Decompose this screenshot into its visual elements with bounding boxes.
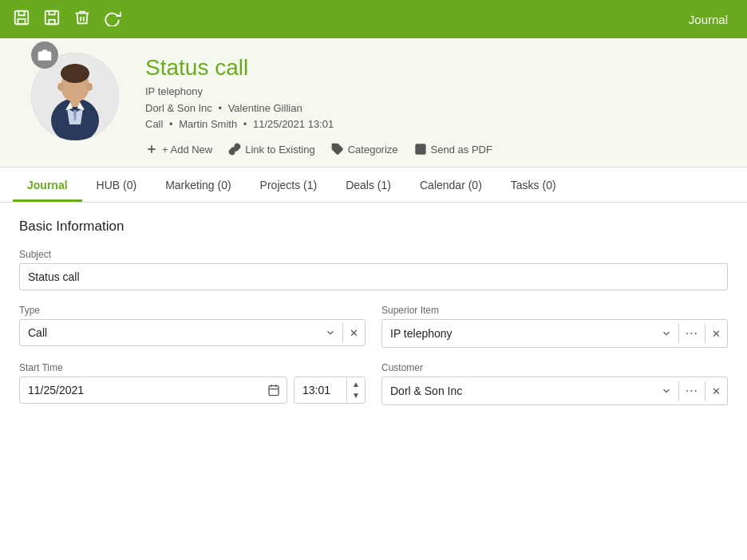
record-title: Status call [145,56,728,81]
svg-point-9 [61,64,89,83]
delete-icon[interactable] [73,9,91,30]
date-picker [19,377,287,404]
superior-item-label: Superior Item [381,305,728,316]
svg-rect-12 [70,99,80,107]
subtitle-type: IP telephony [145,85,203,97]
save-icon[interactable] [13,9,30,30]
customer-dropdown-button[interactable] [654,379,678,403]
superior-more-button[interactable]: ··· [679,320,705,347]
avatar-section [19,53,131,140]
svg-point-10 [57,83,64,91]
upload-photo-button[interactable] [31,41,58,69]
type-clear-button[interactable]: ✕ [343,321,365,345]
start-time-field: Start Time ▲ [19,362,366,405]
type-field: Type ✕ [19,305,366,348]
datetime-row: ▲ ▼ [19,377,366,404]
calendar-button[interactable] [261,377,287,403]
subject-label: Subject [19,249,728,260]
tab-hub[interactable]: HUB (0) [82,168,152,202]
toolbar-title: Journal [689,13,728,26]
superior-item-input[interactable] [382,321,654,346]
superior-item-field: Superior Item ··· ✕ [381,305,728,348]
subject-input[interactable] [19,263,728,290]
tabs-bar: Journal HUB (0) Marketing (0) Projects (… [0,168,747,203]
tab-projects[interactable]: Projects (1) [246,168,332,202]
tab-calendar[interactable]: Calendar (0) [405,168,496,202]
svg-rect-3 [49,19,54,24]
svg-rect-0 [15,10,29,24]
link-to-existing-button[interactable]: Link to Existing [228,143,314,156]
header-area: Status call IP telephony Dorl & Son Inc … [0,38,747,168]
tab-journal[interactable]: Journal [13,168,82,202]
toolbar-icons [13,9,689,30]
save-as-icon[interactable] [43,9,61,30]
time-input[interactable] [294,377,346,403]
customer-label: Customer [381,362,728,373]
subject-field: Subject [19,249,728,290]
subtitle-person: Martin Smith [179,118,237,130]
header-info: Status call IP telephony Dorl & Son Inc … [145,53,728,156]
start-time-label: Start Time [19,362,366,373]
type-select: ✕ [19,319,366,346]
section-title: Basic Information [19,219,728,235]
tab-tasks[interactable]: Tasks (0) [496,168,571,202]
send-as-pdf-button[interactable]: PDF Send as PDF [414,143,492,156]
customer-input[interactable] [382,378,654,404]
svg-rect-21 [269,386,279,396]
svg-point-11 [86,83,93,91]
svg-text:PDF: PDF [417,150,423,153]
add-new-button[interactable]: + Add New [145,143,212,156]
customer-select: ··· ✕ [381,377,728,405]
type-dropdown-button[interactable] [318,321,342,345]
tab-marketing[interactable]: Marketing (0) [151,168,245,202]
customer-clear-button[interactable]: ✕ [706,379,727,404]
header-actions: + Add New Link to Existing Categorize PD… [145,143,728,156]
time-picker: ▲ ▼ [294,377,366,404]
superior-item-select: ··· ✕ [381,319,728,348]
svg-rect-1 [18,18,25,23]
subtitle-call-type: Call [145,118,163,130]
superior-clear-button[interactable]: ✕ [706,321,727,346]
content-area: Basic Information Subject Type ✕ Superio… [0,203,747,421]
refresh-icon[interactable] [104,9,121,30]
type-input[interactable] [20,320,318,345]
subtitle-datetime: 11/25/2021 13:01 [253,118,334,130]
categorize-button[interactable]: Categorize [331,143,398,156]
customer-field: Customer ··· ✕ [381,362,728,405]
superior-dropdown-button[interactable] [654,321,678,345]
tab-deals[interactable]: Deals (1) [331,168,405,202]
toolbar: Journal [0,0,747,38]
record-subtitle: IP telephony Dorl & Son Inc • Valentine … [145,84,728,133]
type-superior-row: Type ✕ Superior Item ··· ✕ [19,305,728,348]
time-up-button[interactable]: ▲ [347,379,365,390]
date-input[interactable] [20,377,261,403]
starttime-customer-row: Start Time ▲ [19,362,728,405]
svg-rect-2 [45,10,59,24]
customer-more-button[interactable]: ··· [679,377,705,404]
type-label: Type [19,305,366,316]
time-down-button[interactable]: ▼ [347,390,365,401]
subtitle-company: Dorl & Son Inc [145,102,212,114]
subtitle-contact: Valentine Gillian [228,102,302,114]
